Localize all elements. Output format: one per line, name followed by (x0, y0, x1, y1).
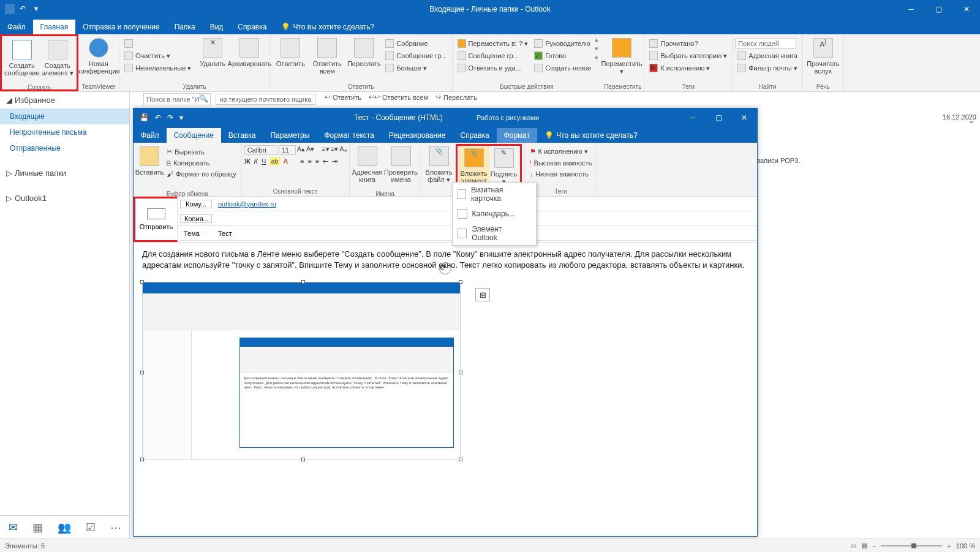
dropdown-outlook-item[interactable]: Элемент Outlook (453, 222, 536, 245)
outlook1-header[interactable]: ▷Outlook1 (0, 190, 129, 206)
forward-button[interactable]: Переслать (346, 36, 382, 82)
compose-tab-format-text[interactable]: Формат текста (317, 128, 381, 143)
view-normal-icon[interactable]: ▭ (850, 542, 856, 550)
new-mail-button[interactable]: Создать сообщение (4, 37, 40, 84)
grow-font-button[interactable]: A▴ (297, 145, 305, 155)
compose-tab-options[interactable]: Параметры (263, 128, 317, 143)
compose-close-button[interactable]: ✕ (731, 108, 757, 127)
ignore-button[interactable] (122, 38, 194, 49)
pane-reply-button[interactable]: ↩Ответить (325, 93, 361, 101)
window-maximize-button[interactable]: ▢ (925, 0, 952, 18)
nav-people-icon[interactable]: 👥 (58, 521, 71, 534)
tab-home[interactable]: Главная (33, 20, 76, 34)
tell-me-input[interactable]: 💡Что вы хотите сделать? (274, 20, 382, 34)
compose-tab-insert[interactable]: Вставка (221, 128, 263, 143)
read-aloud-button[interactable]: A)Прочитать вслух (805, 36, 841, 82)
qat-undo-icon[interactable]: ↶ (20, 4, 29, 14)
copy-button[interactable]: ⎘Копировать (164, 158, 239, 168)
nav-calendar-icon[interactable]: ▦ (32, 521, 43, 534)
compose-tab-format[interactable]: Формат (497, 128, 538, 143)
archive-button[interactable]: Архивировать (232, 36, 267, 82)
to-manager-button[interactable]: Руководителю (532, 38, 594, 49)
categorize-button[interactable]: Выбрать категорию ▾ (647, 50, 729, 61)
align-center-button[interactable]: ≡ (307, 157, 311, 165)
nav-more-icon[interactable]: ⋯ (110, 521, 121, 534)
filter-mail-button[interactable]: Фильтр почты ▾ (735, 62, 800, 74)
dropdown-business-card[interactable]: Визитная карточка (453, 183, 536, 206)
compose-maximize-button[interactable]: ▢ (706, 108, 731, 127)
move-button[interactable]: Переместить ▾ (604, 36, 639, 82)
high-importance-button[interactable]: !Высокая важность (527, 158, 595, 168)
tab-file[interactable]: Файл (0, 20, 33, 34)
zoom-slider[interactable] (881, 545, 942, 546)
tab-send-receive[interactable]: Отправка и получение (75, 20, 167, 34)
pane-forward-button[interactable]: ↪Переслать (435, 93, 477, 101)
address-book-compose-button[interactable]: Адресная книга (352, 144, 383, 191)
search-icon[interactable]: 🔍 (199, 94, 208, 103)
followup-button[interactable]: ⚑К исполнению ▾ (647, 62, 729, 74)
collapse-todobar-button[interactable]: ⌄ (965, 113, 978, 127)
to-field-button[interactable]: Кому... (180, 200, 212, 208)
reply-all-button[interactable]: Ответить всем (309, 36, 345, 82)
font-color-button[interactable]: A (284, 157, 288, 165)
compose-tab-help[interactable]: Справка (453, 128, 497, 143)
compose-undo-icon[interactable]: ↶ (155, 113, 161, 122)
compose-tell-me[interactable]: 💡Что вы хотите сделать? (537, 128, 645, 143)
layout-options-button[interactable]: ⊞ (475, 288, 490, 301)
cc-field-button[interactable]: Копия... (180, 214, 212, 223)
folder-sent[interactable]: Отправленные (0, 140, 129, 156)
bullets-button[interactable]: ≡▾ (322, 145, 329, 155)
indent-more-button[interactable]: ⇥ (332, 157, 337, 165)
compose-tab-message[interactable]: Сообщение (167, 128, 221, 143)
read-unread-button[interactable]: Прочитано? (647, 38, 729, 49)
tab-view[interactable]: Вид (203, 20, 231, 34)
font-size-select[interactable]: 11 (279, 145, 296, 155)
followup-compose-button[interactable]: ⚑К исполнению ▾ (527, 146, 595, 157)
move-to-button[interactable]: Переместить в: ? ▾ (455, 38, 531, 49)
nav-mail-icon[interactable]: ✉ (9, 521, 18, 534)
qat-send-receive-icon[interactable] (5, 4, 15, 14)
zoom-in-button[interactable]: + (947, 542, 951, 550)
nav-tasks-icon[interactable]: ☑ (86, 521, 96, 534)
format-painter-button[interactable]: 🖌Формат по образцу (164, 169, 239, 179)
create-new-button[interactable]: Создать новое (532, 62, 594, 74)
compose-tab-file[interactable]: Файл (134, 128, 167, 143)
rotate-handle-icon[interactable]: ⟳ (439, 262, 451, 274)
qat-dropdown-icon[interactable]: ▾ (34, 4, 44, 14)
cut-button[interactable]: ✂Вырезать (164, 146, 239, 157)
align-right-button[interactable]: ≡ (315, 157, 319, 165)
done-button[interactable]: ✓Готово (532, 50, 594, 61)
search-scope-selector[interactable]: из текущего почтового ящика (216, 94, 315, 105)
font-name-select[interactable]: Calibri (244, 145, 277, 155)
shrink-font-button[interactable]: A▾ (306, 145, 314, 155)
highlight-button[interactable]: ab (270, 157, 279, 165)
meeting-button[interactable]: Собрание (383, 38, 449, 49)
underline-button[interactable]: Ч (262, 157, 266, 165)
pane-reply-all-button[interactable]: ↩↩Ответить всем (369, 93, 428, 101)
view-reading-icon[interactable]: ▤ (861, 542, 867, 550)
paste-button[interactable]: Вставить (136, 144, 163, 191)
personal-folders-header[interactable]: ▷Личные папки (0, 165, 129, 181)
clean-button[interactable]: Очистить ▾ (122, 50, 194, 61)
folder-inbox[interactable]: Входящие (0, 108, 129, 124)
tab-folder[interactable]: Папка (167, 20, 203, 34)
address-book-button[interactable]: Адресная книга (735, 50, 800, 61)
numbering-button[interactable]: ≡▾ (331, 145, 338, 155)
im-button[interactable]: Сообщение гр... (383, 50, 449, 61)
indent-button[interactable]: Aₐ (339, 145, 346, 155)
compose-redo-icon[interactable]: ↷ (167, 113, 173, 122)
delete-button[interactable]: ✕Удалить (195, 36, 230, 82)
team-email-button[interactable]: Сообщение гр... (455, 50, 531, 61)
window-minimize-button[interactable]: ─ (897, 0, 925, 18)
send-button[interactable]: Отправить (134, 197, 178, 242)
new-item-button[interactable]: Создать элемент ▾ (41, 37, 74, 84)
compose-qat-more-icon[interactable]: ▾ (179, 113, 183, 122)
dropdown-calendar[interactable]: Календарь... (453, 206, 536, 222)
check-names-button[interactable]: Проверить имена (384, 144, 418, 191)
align-left-button[interactable]: ≡ (300, 157, 304, 165)
window-close-button[interactable]: ✕ (952, 0, 980, 18)
low-importance-button[interactable]: ↓Низкая важность (527, 169, 595, 179)
teamviewer-button[interactable]: Новая конференция (81, 36, 116, 82)
indent-less-button[interactable]: ⇤ (323, 157, 328, 165)
compose-save-icon[interactable]: 💾 (140, 113, 149, 122)
